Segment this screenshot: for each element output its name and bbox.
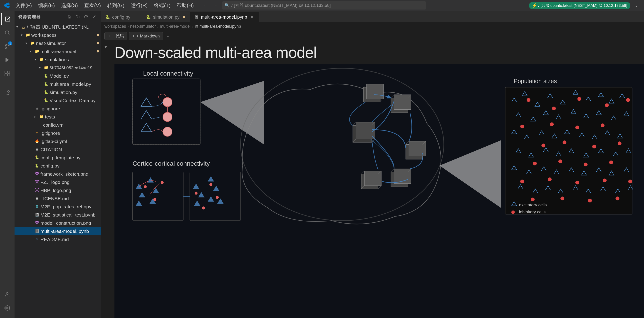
svg-rect-10 xyxy=(8,74,10,76)
tab-multi-area-label: multi-area-model.ipynb xyxy=(201,14,247,20)
sidebar-item-readme[interactable]: ℹ README.md xyxy=(14,235,101,243)
svg-point-12 xyxy=(6,292,8,295)
activity-remote-explorer[interactable] xyxy=(1,86,14,99)
sidebar-item-gitignore-root[interactable]: ◇ .gitignore xyxy=(14,129,101,137)
breadcrumb-multi-area-model[interactable]: multi-area-model xyxy=(160,24,190,29)
breadcrumb-nest-simulator[interactable]: nest-simulator xyxy=(130,24,156,29)
sidebar-item-model-construction[interactable]: 🖼 model_construction.png xyxy=(14,219,101,227)
sidebar-item-tests[interactable]: ▸ 📁 tests xyxy=(14,113,101,121)
refresh-button[interactable] xyxy=(83,14,89,20)
activity-extensions[interactable] xyxy=(1,67,14,80)
sidebar-item-multiarea-model-py[interactable]: 🐍 multiarea_model.py xyxy=(14,80,101,88)
tab-simulation-py[interactable]: 🐍 simulation.py xyxy=(142,12,190,22)
tab-simulation-py-label: simulation.py xyxy=(153,14,180,20)
diagram-svg: Local connectivity xyxy=(114,64,644,318)
svg-point-145 xyxy=(616,197,620,200)
sidebar-item-visualcortex-py[interactable]: 🐍 VisualCortex_Data.py xyxy=(14,96,101,104)
sidebar-item-citation[interactable]: ☰ CITATION xyxy=(14,145,101,153)
svg-point-4 xyxy=(5,47,6,48)
svg-marker-6 xyxy=(6,58,9,62)
svg-rect-55 xyxy=(394,95,411,109)
menu-view[interactable]: 查看(V) xyxy=(82,1,104,10)
sidebar-item-hash-folder[interactable]: ▾ 📁 6b7046b082ec14ae194690a2b06... xyxy=(14,63,101,72)
activity-settings[interactable] xyxy=(1,302,14,314)
sidebar-item-config-py[interactable]: 🐍 config.py xyxy=(14,162,101,170)
tab-config-py[interactable]: 🐍 config.py xyxy=(101,12,142,22)
sidebar-item-gitignore-local[interactable]: ◈ .gitignore xyxy=(14,104,101,113)
model-construction-label: model_construction.png xyxy=(40,221,91,225)
tab-bar: 🐍 config.py 🐍 simulation.py 📓 multi-area… xyxy=(101,11,644,22)
svg-rect-7 xyxy=(5,71,7,73)
svg-point-137 xyxy=(520,180,524,183)
sidebar-item-simulation-py[interactable]: 🐍 simulation.py xyxy=(14,88,101,96)
activity-search[interactable] xyxy=(1,26,14,39)
new-file-button[interactable] xyxy=(66,14,73,20)
activity-accounts[interactable] xyxy=(1,288,14,301)
sidebar-item-simulations[interactable]: ▾ 📁 simulations xyxy=(14,55,101,63)
sidebar-title: 资源管理器 xyxy=(18,14,41,19)
sidebar-item-model-py[interactable]: 🐍 Model.py xyxy=(14,72,101,80)
remote-badge[interactable]: ⚡ / [容器 ubuntu:latest (NEST_MAM) @ 10.12… xyxy=(529,2,630,9)
activity-source-control[interactable]: 1 xyxy=(1,40,14,53)
new-folder-button[interactable] xyxy=(74,14,81,20)
svg-rect-59 xyxy=(409,141,426,156)
svg-point-49 xyxy=(202,207,205,210)
remote-menu-icon[interactable]: ⌄ xyxy=(632,1,640,9)
editor-area: 🐍 config.py 🐍 simulation.py 📓 multi-area… xyxy=(101,11,644,318)
sidebar-item-workspaces[interactable]: ▾ 📁 workspaces xyxy=(14,31,101,39)
add-markdown-plus-icon: + xyxy=(132,33,135,38)
simulation-py-label: simulation.py xyxy=(50,90,78,95)
navigation-buttons: ← → xyxy=(201,1,219,9)
forward-button[interactable]: → xyxy=(211,1,219,9)
tree-root[interactable]: ▾ ⌂ / [容器 UBUNTU:LATEST (N... xyxy=(14,23,101,31)
readme-label: README.md xyxy=(40,237,69,242)
cell-collapse-button[interactable]: ▾ xyxy=(104,44,107,50)
menu-terminal[interactable]: 终端(T) xyxy=(151,1,173,10)
breadcrumb-workspaces[interactable]: workspaces xyxy=(104,24,126,29)
menu-edit[interactable]: 编辑(E) xyxy=(36,1,58,10)
sidebar-item-fzj-logo[interactable]: 🖼 FZJ_logo.png xyxy=(14,178,101,186)
menu-goto[interactable]: 转到(G) xyxy=(104,1,127,10)
menu-select[interactable]: 选择(S) xyxy=(58,1,80,10)
breadcrumb-file: 📓 multi-area-model.ipynb xyxy=(194,24,241,29)
workspaces-label: workspaces xyxy=(31,33,56,37)
tab-multi-area[interactable]: 📓 multi-area-model.ipynb ✕ xyxy=(190,12,259,22)
sidebar-item-m2e-pop[interactable]: ☰ M2E_pop_rates_ref.npy xyxy=(14,203,101,211)
breadcrumb-sep-2: › xyxy=(157,24,158,29)
sidebar-item-multi-area-ipynb[interactable]: 📓 multi-area-model.ipynb xyxy=(14,227,101,235)
menu-help[interactable]: 帮助(H) xyxy=(174,1,196,10)
sidebar-item-multi-area-model[interactable]: ▾ 📁 multi-area-model xyxy=(14,47,101,55)
gitignore-local-label: .gitignore xyxy=(40,106,60,111)
svg-rect-38 xyxy=(190,172,240,221)
tab-close-multi-area[interactable]: ✕ xyxy=(249,14,254,19)
sidebar-item-framework-sketch[interactable]: 🖼 framework_sketch.png xyxy=(14,170,101,178)
search-bar[interactable]: 🔍 / [容器 ubuntu:latest (NEST_MAM) @ 10.12… xyxy=(222,1,426,9)
model-py-label: Model.py xyxy=(50,73,69,78)
svg-point-124 xyxy=(626,98,630,102)
svg-marker-39 xyxy=(193,184,199,189)
sidebar-item-config-yml[interactable]: ! _config.yml xyxy=(14,121,101,129)
m2e-stat-label: M2E_statistical_test.ipynb xyxy=(40,212,96,217)
collapse-all-button[interactable] xyxy=(91,14,97,20)
breadcrumb-sep-1: › xyxy=(128,24,129,29)
sidebar-item-nest-simulator[interactable]: ▾ 📁 nest-simulator xyxy=(14,39,101,47)
activity-run-debug[interactable] xyxy=(1,53,14,66)
sidebar-item-m2e-stat[interactable]: 📓 M2E_statistical_test.ipynb xyxy=(14,211,101,219)
sidebar-item-gitlab-ci[interactable]: 🔥 .gitlab-ci.yml xyxy=(14,137,101,145)
vscode-logo xyxy=(4,2,10,9)
activity-explorer[interactable] xyxy=(1,13,14,25)
config-yml-label: _config.yml xyxy=(40,123,64,127)
menu-run[interactable]: 运行(R) xyxy=(128,1,150,10)
svg-point-143 xyxy=(560,197,564,200)
back-button[interactable]: ← xyxy=(201,1,209,9)
toolbar-more-button[interactable]: ··· xyxy=(165,32,173,40)
add-markdown-button[interactable]: + + Markdown xyxy=(129,32,163,40)
modified-dot-simulation xyxy=(183,16,185,18)
remote-icon: ⚡ xyxy=(532,3,537,8)
menu-file[interactable]: 文件(F) xyxy=(13,1,34,10)
sidebar-item-license[interactable]: ☰ LICENSE.md xyxy=(14,194,101,203)
title-bar: 文件(F) 编辑(E) 选择(S) 查看(V) 转到(G) 运行(R) 终端(T… xyxy=(0,0,644,11)
sidebar-item-hbp-logo[interactable]: 🖼 HBP_logo.png xyxy=(14,186,101,194)
add-code-button[interactable]: + + 代码 xyxy=(104,32,128,40)
sidebar-item-config-template[interactable]: 🐍 config_template.py xyxy=(14,153,101,162)
